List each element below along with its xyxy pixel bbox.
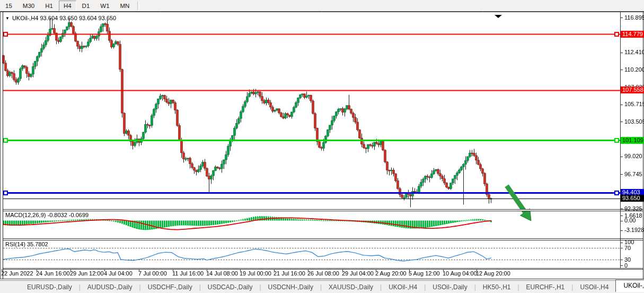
- tab-usoil-daily[interactable]: USOil-,Daily: [426, 282, 474, 292]
- price-badge-101-109: 101.109: [621, 137, 644, 144]
- chart-title-text: UKOil-,H4 93.604 93.650 93.604 93.650: [12, 15, 116, 21]
- date-tick-label: 19 Jul 00:00: [240, 270, 271, 277]
- date-tick-label: 12 Aug 20:00: [476, 270, 510, 277]
- date-tick-label: 5 Aug 12:00: [409, 270, 440, 277]
- tab-xauusd-daily[interactable]: XAUUSD-,Daily: [322, 282, 380, 292]
- date-tick-label: 24 Jun 16:00: [36, 270, 70, 277]
- rsi-axis-label: 30: [624, 257, 631, 263]
- symbol-tabbar: EURUSD-,Daily|AUDUSD-,Daily|USDCHF-,Dail…: [0, 280, 644, 293]
- tab-ukoil-h4[interactable]: UKOil-,H4: [382, 282, 424, 292]
- tab-ukoil-h4-active[interactable]: UKOil-,H4: [615, 280, 644, 292]
- price-axis-label: 92.325: [624, 206, 642, 212]
- date-tick-label: 21 Jul 16:00: [274, 270, 305, 277]
- date-tick-label: 29 Jul 04:00: [342, 270, 374, 277]
- tab-usdcnh-daily[interactable]: USDCNH-,Daily: [261, 282, 320, 292]
- timeframe-button-h1[interactable]: H1: [40, 1, 58, 11]
- tab-usoil-h4[interactable]: USOil-,H4: [573, 282, 615, 292]
- macd-axis-label: -3.1928: [624, 227, 644, 233]
- tab-hk50-h1[interactable]: HK50-,H1: [476, 282, 518, 292]
- timeframe-button-h4[interactable]: H4: [59, 1, 76, 11]
- price-badge-107-558: 107.558: [621, 87, 644, 93]
- date-tick-label: 7 Jul 00:00: [138, 270, 167, 277]
- date-tick-label: 26 Jul 08:00: [307, 270, 339, 277]
- price-axis-label: 103.505: [624, 119, 644, 125]
- price-axis-label: 96.745: [624, 171, 642, 177]
- price-axis-label: 105.715: [624, 101, 644, 107]
- date-tick-label: 14 Jul 08:00: [206, 270, 238, 277]
- price-badge-114-779: 114.779: [621, 31, 644, 38]
- timeframe-button-mn[interactable]: MN: [116, 1, 135, 11]
- timeframe-toolbar: 15M30H1H4D1W1MN: [0, 0, 644, 12]
- tab-usdchf-daily[interactable]: USDCHF-,Daily: [141, 282, 199, 292]
- timeframe-button-w1[interactable]: W1: [95, 1, 114, 11]
- tab-eurusd-daily[interactable]: EURUSD-,Daily: [20, 282, 79, 292]
- price-axis-label: 112.410: [624, 49, 644, 55]
- macd-indicator-label: MACD(12,26,9) -0.8032 -0.0699: [5, 212, 89, 218]
- date-tick-label: 11 Jul 16:00: [172, 270, 204, 277]
- tab-audusd-daily[interactable]: AUDUSD-,Daily: [81, 282, 139, 292]
- price-axis-label: 99.020: [624, 153, 642, 159]
- date-tick-label: 4 Jul 04:00: [104, 270, 133, 277]
- timeframe-button-d1[interactable]: D1: [77, 1, 95, 11]
- timeframe-button-m30[interactable]: M30: [18, 1, 39, 11]
- chevron-down-icon: ▼: [5, 16, 10, 21]
- price-axis-label: 110.200: [624, 67, 644, 73]
- date-tick-label: 29 Jun 12:00: [70, 270, 104, 277]
- rsi-axis-label: 70: [624, 245, 631, 251]
- rsi-indicator-label: RSI(14) 35.7802: [5, 241, 48, 247]
- chart-title: ▼UKOil-,H4 93.604 93.650 93.604 93.650: [5, 15, 116, 21]
- toolbar-separator: [137, 2, 139, 10]
- date-tick-label: 10 Aug 04:00: [443, 270, 477, 277]
- date-tick-label: 2 Aug 20:00: [375, 270, 407, 277]
- date-tick-label: 22 Jun 2022: [1, 270, 33, 277]
- macd-axis-label: 0.00: [624, 218, 636, 223]
- price-axis-label: 116.895: [624, 15, 644, 21]
- timeframe-button-15[interactable]: 15: [1, 1, 17, 11]
- tab-eurchf-h1[interactable]: EURCHF-,H1: [519, 282, 572, 292]
- tab-usdcad-daily[interactable]: USDCAD-,Daily: [201, 282, 260, 292]
- price-badge-93-650: 93.650: [621, 195, 644, 202]
- price-chart-canvas[interactable]: [0, 0, 644, 293]
- rsi-axis-label: 0: [624, 263, 628, 269]
